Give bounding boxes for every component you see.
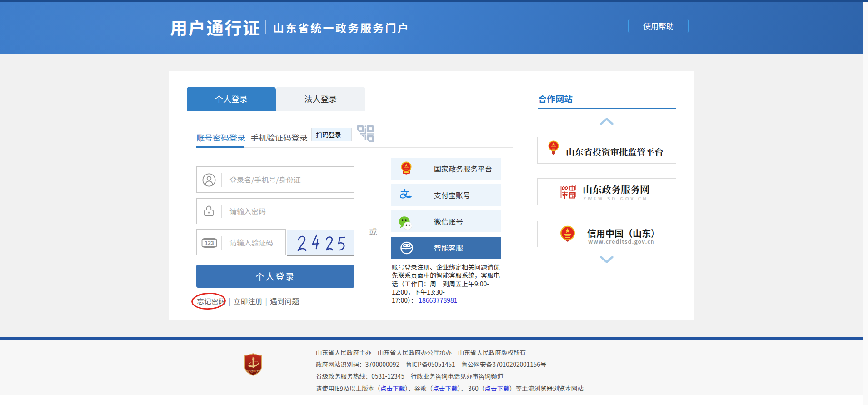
svg-text:党政机关: 党政机关 xyxy=(247,369,259,373)
svg-text:123: 123 xyxy=(205,240,214,246)
